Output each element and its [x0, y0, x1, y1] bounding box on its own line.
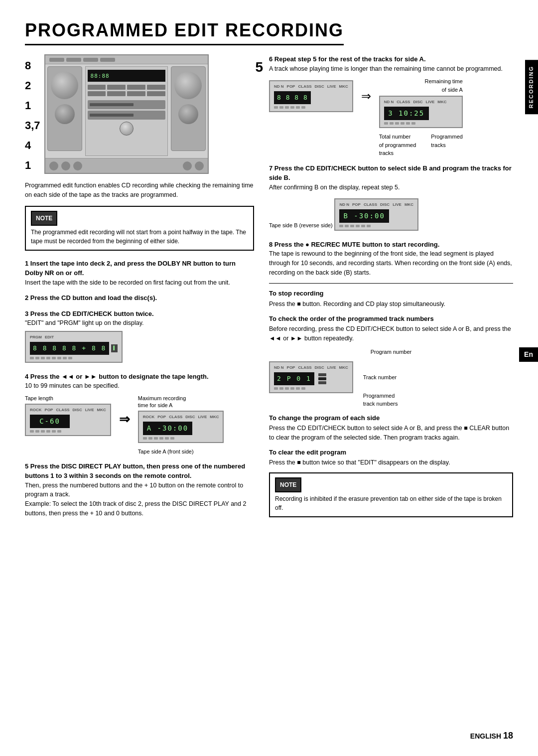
footer: ENGLISH 18 — [25, 731, 513, 741]
step6-display-area: ND NPOPCLASSDISCLIVEMKC 8 8 8 8 ⇒ — [269, 77, 513, 157]
track-number-label: Track number — [363, 373, 398, 382]
step7-display: ND NPOPCLASSDISCLIVEMKC B -30:00 — [334, 198, 418, 231]
step5-title: Press the DISC DIRECT PLAY button, then … — [25, 462, 245, 480]
footer-language: ENGLISH — [470, 732, 501, 740]
step3-title: Press the CD EDIT/CHECK button twice. — [30, 310, 154, 317]
sub-stop-section: To stop recording Press the ■ button. Re… — [269, 289, 513, 308]
sub-change-section: To change the program of each side Press… — [269, 413, 513, 443]
step7-body: After confirming B on the display, repea… — [269, 183, 513, 192]
step3-body: "EDIT" and "PRGM" light up on the displa… — [25, 318, 254, 328]
tape-length-section: Tape length ROCKPOPCLASSDISCLIVEMKC C-60 — [25, 395, 254, 455]
step-1: 1 Insert the tape into deck 2, and press… — [25, 259, 254, 288]
step8-body: The tape is rewound to the beginning of … — [269, 249, 513, 277]
sub-stop-body: Press the ■ button. Recording and CD pla… — [269, 300, 513, 309]
step4-body: 10 to 99 minutes can be specified. — [25, 381, 254, 391]
step-7: 7 Press the CD EDIT/CHECK button to sele… — [269, 163, 513, 234]
note2-label: NOTE — [275, 477, 301, 492]
stereo-label-37: 3,7 — [25, 119, 40, 132]
sub-stop-title: To stop recording — [269, 289, 513, 299]
step4-title: Press the ◄◄ or ►► button to designate t… — [30, 373, 209, 380]
stereo-label-4: 4 — [25, 139, 40, 152]
sub-check-title: To check the order of the programmed tra… — [269, 314, 513, 324]
tape-side-a-caption: Tape side A (front side) — [138, 448, 194, 455]
step8-title: Press the ● REC/REC MUTE button to start… — [274, 241, 439, 248]
stereo-label-8: 8 — [25, 59, 40, 72]
program-number-display-value: 2 P 0 1 — [274, 372, 314, 385]
stereo-label-1b: 1 — [25, 159, 40, 172]
step-4: 4 Press the ◄◄ or ►► button to designate… — [25, 372, 254, 455]
sub-check-body: Before recording, press the CD EDIT/CHEC… — [269, 324, 513, 343]
step-8: 8 Press the ● REC/REC MUTE button to sta… — [269, 240, 513, 278]
stereo-unit-image: 88:88 — [44, 54, 209, 174]
step-2: 2 Press the CD button and load the disc(… — [25, 293, 254, 303]
sub-clear-body: Press the ■ button twice so that "EDIT" … — [269, 458, 513, 467]
intro-text: Programmed edit function enables CD reco… — [25, 181, 254, 200]
step6-display-right: ND NCLASSDISCLIVEMKC 3 10:25 — [379, 96, 463, 128]
sidebar-recording-label: RECORDING — [525, 60, 538, 114]
step5-example: Example: To select the 10th track of dis… — [25, 499, 254, 518]
step5-label: 5 — [255, 59, 263, 75]
tape-length-display: ROCKPOPCLASSDISCLIVEMKC C-60 — [25, 404, 111, 436]
step-3: 3 Press the CD EDIT/CHECK button twice. … — [25, 309, 254, 366]
step6-display-left: ND NPOPCLASSDISCLIVEMKC 8 8 8 8 — [269, 80, 353, 112]
note1-text: The programmed edit recording will not s… — [31, 228, 248, 246]
step1-number: 1 — [25, 260, 30, 267]
step8-number: 8 — [269, 241, 274, 248]
programmed-track-numbers-label: Programmedtrack numbers — [363, 392, 398, 408]
remaining-time-label: Remaining timeof side A — [379, 77, 463, 94]
programmed-tracks-label: Programmedtracks — [431, 133, 463, 157]
step7-number: 7 — [269, 164, 274, 172]
stereo-label-2: 2 — [25, 79, 40, 92]
footer-text: ENGLISH 18 — [470, 731, 513, 741]
max-rec-caption: Maximum recording time for side A — [138, 395, 186, 409]
step1-body: Insert the tape with the side to be reco… — [25, 278, 254, 288]
stereo-label-1a: 1 — [25, 99, 40, 112]
page-title: PROGRAMMED EDIT RECORDING — [25, 20, 344, 45]
step1-title: Insert the tape into deck 2, and press t… — [25, 260, 236, 277]
step5-body: Then, press the numbered buttons and the… — [25, 481, 254, 500]
step5-number: 5 — [25, 462, 30, 470]
en-badge: En — [519, 347, 538, 362]
step7-display-area: Tape side B (reverse side) ND NPOPCLASSD… — [269, 196, 513, 234]
program-number-label: Program number — [371, 349, 412, 355]
sub-check-section: To check the order of the programmed tra… — [269, 314, 513, 408]
note1-section: NOTE The programmed edit recording will … — [25, 206, 254, 251]
sub-clear-title: To clear the edit program — [269, 448, 513, 457]
step-5: 5 Press the DISC DIRECT PLAY button, the… — [25, 461, 254, 518]
step7-title: Press the CD EDIT/CHECK button to select… — [269, 164, 512, 182]
sub-clear-section: To clear the edit program Press the ■ bu… — [269, 448, 513, 467]
step2-number: 2 — [25, 294, 30, 302]
prgm-edit-display: PRGMEDIT 8 8 8 8 8 + 8 8 ▌ — [25, 331, 123, 363]
note2-section: NOTE Recording is inhibited if the erasu… — [269, 472, 513, 517]
step6-body: A track whose playing time is longer tha… — [269, 64, 513, 74]
step4-number: 4 — [25, 373, 30, 380]
step6-number: 6 — [269, 55, 274, 63]
sub-change-body: Press the CD EDIT/CHECK button to select… — [269, 424, 513, 443]
tape-length-caption: Tape length — [25, 395, 53, 402]
step6-display-value: 3 10:25 — [384, 107, 429, 120]
max-rec-display: ROCKPOPCLASSDISCLIVEMKC A -30:00 — [138, 411, 224, 443]
step7-display-value: B -30:00 — [339, 209, 389, 223]
step3-number: 3 — [25, 310, 30, 317]
note2-text: Recording is inhibited if the erasure pr… — [275, 494, 507, 512]
step-6: 6 Repeat step 5 for the rest of the trac… — [269, 54, 513, 157]
sub-change-title: To change the program of each side — [269, 413, 513, 423]
program-number-display: ND NPOPCLASSDISCLIVEMKC 2 P 0 1 — [269, 361, 353, 393]
total-programmed-label: Total numberof programmedtracks — [379, 133, 416, 157]
step6-title: Repeat step 5 for the rest of the tracks… — [274, 55, 426, 63]
program-number-area: Program number ND NPOPCLASSDISCLIVEMKC 2… — [269, 347, 513, 408]
footer-page: 18 — [503, 731, 513, 741]
step2-title: Press the CD button and load the disc(s)… — [30, 294, 157, 302]
note1-label: NOTE — [31, 211, 57, 226]
tape-side-b-label: Tape side B (reverse side) — [269, 222, 333, 228]
